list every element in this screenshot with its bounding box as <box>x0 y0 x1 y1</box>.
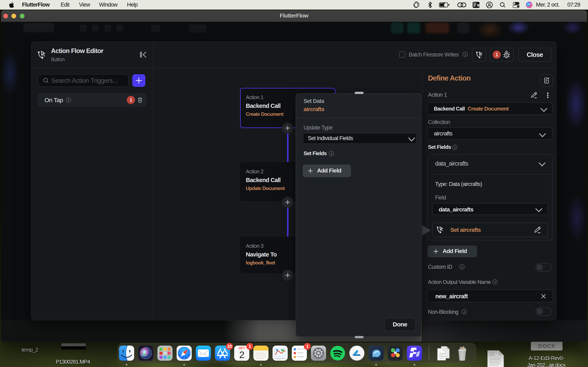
svg-text:2: 2 <box>239 350 244 360</box>
svg-text:⌘: ⌘ <box>477 4 480 7</box>
